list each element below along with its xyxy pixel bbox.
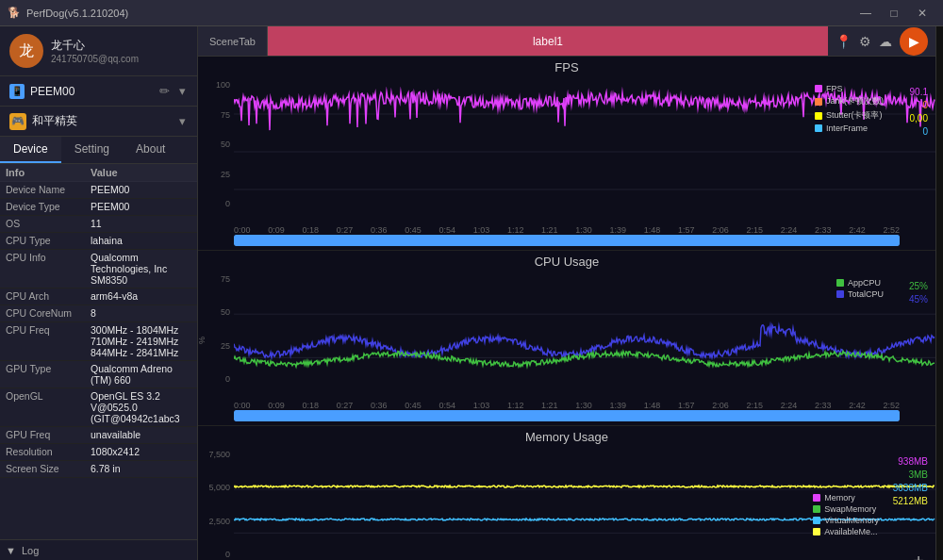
tab-setting[interactable]: Setting (61, 137, 123, 163)
fps-legend-fps-dot (815, 85, 822, 92)
maximize-button[interactable]: □ (881, 0, 907, 26)
tab-bar: Device Setting About (0, 137, 197, 164)
location-icon[interactable]: 📍 (835, 34, 852, 49)
memory-legend: Memory SwapMemory VirtualMemory (813, 493, 879, 536)
user-info: 龙千心 241750705@qq.com (51, 38, 139, 64)
mem-legend-memory-dot (813, 494, 820, 502)
user-section: 龙 龙千心 241750705@qq.com (0, 26, 197, 76)
minimize-button[interactable]: — (852, 0, 879, 26)
settings-icon[interactable]: ⚙ (859, 34, 871, 49)
device-name: PEEM00 (30, 85, 152, 98)
game-chevron-icon[interactable]: ▾ (177, 112, 188, 130)
info-row: OpenGLOpenGL ES 3.2 V@0525.0 (GIT@04942c… (0, 388, 197, 427)
fps-scrollbar-fill (234, 235, 900, 246)
device-row: 📱 PEEM00 ✏ ▾ (0, 76, 197, 107)
header-icons: 📍 ⚙ ☁ ▶ (828, 26, 935, 56)
sidebar-bottom-bar: ▼ Log (0, 539, 197, 560)
fps-legend-interframe-dot (815, 124, 822, 132)
cpu-chart-section: CPU Usage 75 50 25 0 % 25% 45% (198, 251, 935, 426)
info-row: GPU Frequnavailable (0, 427, 197, 444)
cpu-chart-title: CPU Usage (198, 251, 935, 271)
info-row: CPU Freq300MHz - 1804MHz 710MHz - 2419MH… (0, 322, 197, 361)
titlebar-title: 🐕 PerfDog(v5.1.210204) (8, 7, 128, 19)
close-button[interactable]: ✕ (909, 0, 935, 26)
cloud-icon[interactable]: ☁ (879, 34, 892, 49)
content-area: SceneTab label1 📍 ⚙ ☁ ▶ FPS 100 75 50 25 (198, 26, 935, 560)
avatar: 龙 (9, 34, 43, 68)
info-row: CPU Typelahaina (0, 233, 197, 250)
scene-tab-label[interactable]: SceneTab (198, 26, 268, 56)
titlebar: 🐕 PerfDog(v5.1.210204) — □ ✕ (0, 0, 943, 26)
cpu-chart-area: 25% 45% AppCPU TotalCPU (234, 271, 935, 403)
fps-chart-section: FPS 100 75 50 25 0 90.1 0 0,00 (198, 57, 935, 251)
game-row: 🎮 和平精英 ▾ (0, 107, 197, 137)
cpu-legend-app-dot (836, 279, 844, 287)
log-label: Log (22, 545, 39, 556)
sidebar: 龙 龙千心 241750705@qq.com 📱 PEEM00 ✏ ▾ 🎮 和平… (0, 26, 198, 560)
play-button[interactable]: ▶ (900, 27, 928, 56)
info-table: Info Value Device NamePEEM00Device TypeP… (0, 164, 197, 539)
mem-legend-available-dot (813, 528, 820, 535)
info-row: CPU CoreNum8 (0, 305, 197, 322)
info-row: Screen Size6.78 in (0, 461, 197, 478)
cpu-scrollbar-fill (234, 410, 900, 421)
memory-chart-area: 938MB 3MB 3038MB 5212MB Memory (234, 446, 935, 560)
fps-scrollbar[interactable] (234, 235, 900, 246)
info-row: Resolution1080x2412 (0, 444, 197, 461)
game-icon: 🎮 (9, 113, 26, 130)
fps-values: 90.1 0 0,00 0 (910, 86, 928, 139)
tab-device[interactable]: Device (0, 137, 61, 163)
add-chart-button[interactable]: + (913, 551, 924, 560)
charts-area: FPS 100 75 50 25 0 90.1 0 0,00 (198, 57, 935, 560)
right-scrollbar[interactable] (935, 26, 943, 560)
game-name: 和平精英 (32, 113, 172, 129)
fps-legend: FPS Jank(卡顿次数) Stutter(卡顿率) (815, 84, 884, 133)
memory-chart-section: Memory Usage 7,500 5,000 2,500 0 938MB 3… (198, 426, 935, 560)
fps-chart-container: 100 75 50 25 0 90.1 0 0,00 0 (198, 76, 935, 227)
info-row: OS11 (0, 216, 197, 233)
info-row: Device TypePEEM00 (0, 199, 197, 216)
memory-chart-container: 7,500 5,000 2,500 0 938MB 3MB 3038MB 521… (198, 446, 935, 560)
chevron-down-icon[interactable]: ▾ (177, 82, 188, 100)
mem-legend-swap-dot (813, 505, 820, 513)
fps-legend-stutter-dot (815, 112, 822, 120)
fps-chart-area: 90.1 0 0,00 0 FPS Jan (234, 76, 935, 227)
window-controls: — □ ✕ (852, 0, 935, 26)
tab-about[interactable]: About (123, 137, 178, 163)
app-icon: 🐕 (8, 7, 21, 19)
info-table-header: Info Value (0, 164, 197, 182)
main-layout: 龙 龙千心 241750705@qq.com 📱 PEEM00 ✏ ▾ 🎮 和平… (0, 26, 943, 560)
cpu-values: 25% 45% (909, 280, 928, 306)
memory-chart-title: Memory Usage (198, 426, 935, 446)
cpu-legend-total-dot (836, 290, 844, 298)
device-icon: 📱 (9, 84, 25, 99)
userid: 241750705@qq.com (51, 54, 139, 64)
info-row: Device NamePEEM00 (0, 182, 197, 199)
info-row: CPU InfoQualcomm Technologies, Inc SM835… (0, 250, 197, 288)
scroll-down-button[interactable]: ▼ (6, 545, 16, 556)
username: 龙千心 (51, 38, 139, 54)
cpu-chart-container: 75 50 25 0 % 25% 45% (198, 271, 935, 403)
log-button[interactable]: Log (22, 545, 39, 556)
memory-values: 938MB 3MB 3038MB 5212MB (893, 455, 928, 508)
fps-legend-jank-dot (815, 98, 822, 106)
fps-y-axis: 100 75 50 25 0 (198, 76, 234, 227)
down-arrow-icon: ▼ (6, 545, 16, 556)
mem-legend-virtual-dot (813, 517, 820, 524)
memory-y-axis: 7,500 5,000 2,500 0 (198, 446, 234, 560)
info-row: CPU Archarm64-v8a (0, 288, 197, 305)
cpu-legend: AppCPU TotalCPU (836, 278, 884, 299)
cpu-y-label: % (198, 337, 207, 344)
label1-bar[interactable]: label1 (268, 26, 828, 56)
edit-device-icon[interactable]: ✏ (157, 82, 172, 100)
scene-header: SceneTab label1 📍 ⚙ ☁ ▶ (198, 26, 935, 57)
fps-chart-title: FPS (198, 57, 935, 76)
info-row: GPU TypeQualcomm Adreno (TM) 660 (0, 361, 197, 388)
cpu-scrollbar[interactable] (234, 410, 900, 421)
